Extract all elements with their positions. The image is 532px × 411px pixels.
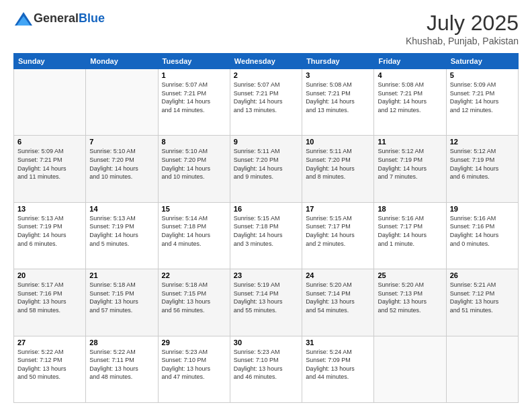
- day-number: 19: [450, 205, 515, 213]
- calendar-cell: 3Sunrise: 5:08 AM Sunset: 7:21 PM Daylig…: [302, 69, 374, 136]
- day-number: 24: [306, 271, 370, 279]
- calendar-week-row: 1Sunrise: 5:07 AM Sunset: 7:21 PM Daylig…: [14, 69, 519, 136]
- day-info: Sunrise: 5:07 AM Sunset: 7:21 PM Dayligh…: [234, 81, 298, 114]
- day-number: 12: [450, 138, 515, 146]
- day-number: 2: [234, 71, 298, 79]
- day-info: Sunrise: 5:22 AM Sunset: 7:12 PM Dayligh…: [17, 348, 82, 381]
- calendar-header-thursday: Thursday: [302, 54, 374, 69]
- day-info: Sunrise: 5:18 AM Sunset: 7:15 PM Dayligh…: [89, 281, 154, 314]
- calendar-cell: 16Sunrise: 5:15 AM Sunset: 7:18 PM Dayli…: [230, 202, 302, 269]
- day-info: Sunrise: 5:10 AM Sunset: 7:20 PM Dayligh…: [162, 147, 226, 181]
- calendar-cell: 8Sunrise: 5:10 AM Sunset: 7:20 PM Daylig…: [158, 136, 230, 202]
- day-number: 5: [450, 71, 515, 79]
- calendar-cell: [14, 69, 86, 136]
- day-number: 14: [89, 205, 154, 213]
- calendar-cell: 12Sunrise: 5:12 AM Sunset: 7:19 PM Dayli…: [446, 136, 518, 202]
- calendar-cell: 4Sunrise: 5:08 AM Sunset: 7:21 PM Daylig…: [374, 69, 446, 136]
- day-number: 15: [162, 205, 226, 213]
- day-number: 4: [378, 71, 442, 79]
- logo: GeneralBlue: [13, 11, 105, 27]
- location-text: Khushab, Punjab, Pakistan: [406, 36, 519, 46]
- calendar-cell: 9Sunrise: 5:11 AM Sunset: 7:20 PM Daylig…: [230, 136, 302, 202]
- calendar-cell: 13Sunrise: 5:13 AM Sunset: 7:19 PM Dayli…: [14, 202, 86, 269]
- calendar-header-tuesday: Tuesday: [158, 54, 230, 69]
- day-info: Sunrise: 5:13 AM Sunset: 7:19 PM Dayligh…: [17, 214, 82, 248]
- day-info: Sunrise: 5:23 AM Sunset: 7:10 PM Dayligh…: [162, 348, 226, 381]
- title-block: July 2025 Khushab, Punjab, Pakistan: [406, 11, 519, 46]
- day-info: Sunrise: 5:11 AM Sunset: 7:20 PM Dayligh…: [306, 147, 370, 181]
- calendar-cell: 17Sunrise: 5:15 AM Sunset: 7:17 PM Dayli…: [302, 202, 374, 269]
- day-number: 3: [306, 71, 370, 79]
- day-number: 9: [234, 138, 298, 146]
- day-number: 11: [378, 138, 442, 146]
- day-number: 6: [17, 138, 82, 146]
- calendar-cell: 14Sunrise: 5:13 AM Sunset: 7:19 PM Dayli…: [86, 202, 158, 269]
- calendar-header-saturday: Saturday: [446, 54, 518, 69]
- day-number: 27: [17, 338, 82, 347]
- calendar-cell: 27Sunrise: 5:22 AM Sunset: 7:12 PM Dayli…: [14, 336, 86, 402]
- day-number: 22: [162, 271, 226, 279]
- day-number: 18: [378, 205, 442, 213]
- day-number: 17: [306, 205, 370, 213]
- calendar-cell: 29Sunrise: 5:23 AM Sunset: 7:10 PM Dayli…: [158, 336, 230, 402]
- calendar-cell: 28Sunrise: 5:22 AM Sunset: 7:11 PM Dayli…: [86, 336, 158, 402]
- day-number: 26: [450, 271, 515, 279]
- day-number: 30: [234, 338, 298, 347]
- calendar-cell: 19Sunrise: 5:16 AM Sunset: 7:16 PM Dayli…: [446, 202, 518, 269]
- day-info: Sunrise: 5:18 AM Sunset: 7:15 PM Dayligh…: [162, 281, 226, 314]
- day-number: 10: [306, 138, 370, 146]
- day-info: Sunrise: 5:08 AM Sunset: 7:21 PM Dayligh…: [378, 81, 442, 114]
- calendar-cell: 6Sunrise: 5:09 AM Sunset: 7:21 PM Daylig…: [14, 136, 86, 202]
- day-number: 1: [162, 71, 226, 79]
- calendar-cell: 21Sunrise: 5:18 AM Sunset: 7:15 PM Dayli…: [86, 269, 158, 336]
- calendar-week-row: 13Sunrise: 5:13 AM Sunset: 7:19 PM Dayli…: [14, 202, 519, 269]
- month-year-title: July 2025: [406, 11, 519, 36]
- day-info: Sunrise: 5:20 AM Sunset: 7:13 PM Dayligh…: [378, 281, 442, 314]
- day-number: 25: [378, 271, 442, 279]
- day-info: Sunrise: 5:07 AM Sunset: 7:21 PM Dayligh…: [162, 81, 226, 114]
- day-info: Sunrise: 5:21 AM Sunset: 7:12 PM Dayligh…: [450, 281, 515, 314]
- calendar-cell: 23Sunrise: 5:19 AM Sunset: 7:14 PM Dayli…: [230, 269, 302, 336]
- day-number: 21: [89, 271, 154, 279]
- day-info: Sunrise: 5:10 AM Sunset: 7:20 PM Dayligh…: [89, 147, 154, 181]
- calendar-cell: 2Sunrise: 5:07 AM Sunset: 7:21 PM Daylig…: [230, 69, 302, 136]
- day-number: 28: [89, 338, 154, 347]
- day-number: 29: [162, 338, 226, 347]
- day-info: Sunrise: 5:15 AM Sunset: 7:18 PM Dayligh…: [234, 214, 298, 248]
- day-info: Sunrise: 5:19 AM Sunset: 7:14 PM Dayligh…: [234, 281, 298, 314]
- calendar-cell: [374, 336, 446, 402]
- day-info: Sunrise: 5:08 AM Sunset: 7:21 PM Dayligh…: [306, 81, 370, 114]
- calendar-week-row: 27Sunrise: 5:22 AM Sunset: 7:12 PM Dayli…: [14, 336, 519, 402]
- calendar-cell: 15Sunrise: 5:14 AM Sunset: 7:18 PM Dayli…: [158, 202, 230, 269]
- calendar-week-row: 6Sunrise: 5:09 AM Sunset: 7:21 PM Daylig…: [14, 136, 519, 202]
- calendar-cell: 26Sunrise: 5:21 AM Sunset: 7:12 PM Dayli…: [446, 269, 518, 336]
- day-info: Sunrise: 5:16 AM Sunset: 7:17 PM Dayligh…: [378, 214, 442, 248]
- calendar-cell: 11Sunrise: 5:12 AM Sunset: 7:19 PM Dayli…: [374, 136, 446, 202]
- day-info: Sunrise: 5:22 AM Sunset: 7:11 PM Dayligh…: [89, 348, 154, 381]
- day-number: 8: [162, 138, 226, 146]
- page-header: GeneralBlue July 2025 Khushab, Punjab, P…: [13, 11, 519, 46]
- day-number: 7: [89, 138, 154, 146]
- day-info: Sunrise: 5:09 AM Sunset: 7:21 PM Dayligh…: [17, 147, 82, 181]
- calendar-cell: 31Sunrise: 5:24 AM Sunset: 7:09 PM Dayli…: [302, 336, 374, 402]
- calendar-week-row: 20Sunrise: 5:17 AM Sunset: 7:16 PM Dayli…: [14, 269, 519, 336]
- calendar-cell: [86, 69, 158, 136]
- calendar-table: SundayMondayTuesdayWednesdayThursdayFrid…: [13, 53, 519, 403]
- calendar-cell: 1Sunrise: 5:07 AM Sunset: 7:21 PM Daylig…: [158, 69, 230, 136]
- day-info: Sunrise: 5:15 AM Sunset: 7:17 PM Dayligh…: [306, 214, 370, 248]
- day-info: Sunrise: 5:09 AM Sunset: 7:21 PM Dayligh…: [450, 81, 515, 114]
- calendar-cell: 25Sunrise: 5:20 AM Sunset: 7:13 PM Dayli…: [374, 269, 446, 336]
- calendar-cell: [446, 336, 518, 402]
- day-info: Sunrise: 5:16 AM Sunset: 7:16 PM Dayligh…: [450, 214, 515, 248]
- calendar-header-wednesday: Wednesday: [230, 54, 302, 69]
- logo-blue-text: Blue: [79, 11, 105, 25]
- logo-general-text: General: [34, 11, 79, 25]
- day-info: Sunrise: 5:14 AM Sunset: 7:18 PM Dayligh…: [162, 214, 226, 248]
- calendar-header-row: SundayMondayTuesdayWednesdayThursdayFrid…: [14, 54, 519, 69]
- calendar-header-friday: Friday: [374, 54, 446, 69]
- calendar-cell: 30Sunrise: 5:23 AM Sunset: 7:10 PM Dayli…: [230, 336, 302, 402]
- day-info: Sunrise: 5:12 AM Sunset: 7:19 PM Dayligh…: [378, 147, 442, 181]
- day-number: 13: [17, 205, 82, 213]
- calendar-cell: 10Sunrise: 5:11 AM Sunset: 7:20 PM Dayli…: [302, 136, 374, 202]
- day-number: 16: [234, 205, 298, 213]
